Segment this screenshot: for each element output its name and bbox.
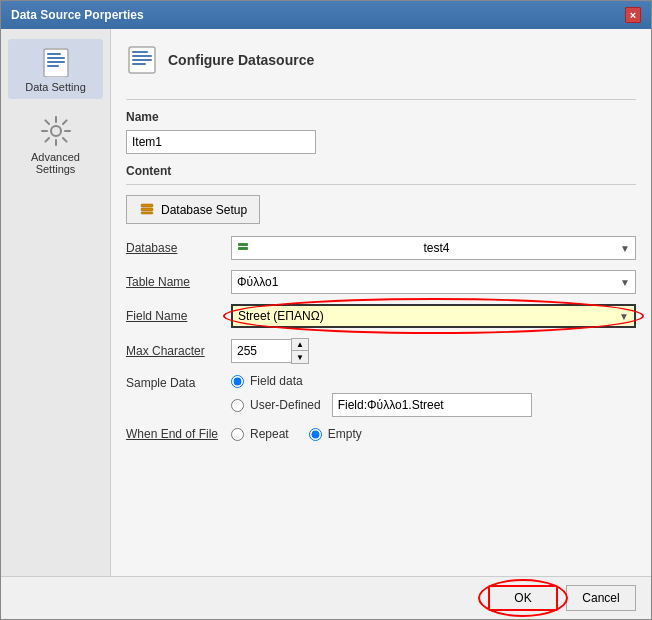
svg-rect-3 <box>47 61 65 63</box>
max-char-row: Max Character ▲ ▼ <box>126 338 636 364</box>
sidebar: Data Setting Advanced Settings <box>1 29 111 576</box>
field-name-container: Street (ΕΠΑΝΩ) ▼ <box>231 304 636 328</box>
field-data-radio-row: Field data <box>231 374 532 388</box>
empty-label: Empty <box>328 427 362 441</box>
database-row: Database test4 ▼ <box>126 236 636 260</box>
max-char-spinbox: ▲ ▼ <box>231 338 309 364</box>
when-eof-row: When End of File Repeat Empty <box>126 427 636 441</box>
svg-rect-4 <box>47 65 59 67</box>
svg-rect-15 <box>238 247 248 250</box>
content-label: Content <box>126 164 636 178</box>
table-name-value: Φύλλο1 <box>237 275 278 289</box>
section-header: Configure Datasource <box>126 44 636 84</box>
empty-radio-row: Empty <box>309 427 362 441</box>
data-setting-icon <box>40 45 72 77</box>
dialog: Data Source Porperties × Data Setting <box>0 0 652 620</box>
svg-rect-12 <box>141 208 153 211</box>
svg-rect-2 <box>47 57 65 59</box>
configure-datasource-icon <box>126 44 158 76</box>
when-eof-radio-group: Repeat Empty <box>231 427 362 441</box>
field-data-label: Field data <box>250 374 303 388</box>
spinbox-up-button[interactable]: ▲ <box>292 339 308 351</box>
cancel-button[interactable]: Cancel <box>566 585 636 611</box>
max-char-input[interactable] <box>231 339 291 363</box>
sample-data-label: Sample Data <box>126 374 231 390</box>
field-name-select[interactable]: Street (ΕΠΑΝΩ) ▼ <box>231 304 636 328</box>
repeat-label: Repeat <box>250 427 289 441</box>
field-name-label: Field Name <box>126 309 231 323</box>
when-eof-label: When End of File <box>126 427 231 441</box>
svg-rect-9 <box>132 59 152 61</box>
database-setup-button[interactable]: Database Setup <box>126 195 260 224</box>
database-select[interactable]: test4 ▼ <box>231 236 636 260</box>
content-divider <box>126 184 636 185</box>
database-value: test4 <box>424 241 450 255</box>
database-label: Database <box>126 241 231 255</box>
sample-data-row: Sample Data Field data User-Defined <box>126 374 636 417</box>
svg-rect-8 <box>132 55 152 57</box>
empty-radio[interactable] <box>309 428 322 441</box>
name-label: Name <box>126 110 636 124</box>
advanced-settings-icon <box>40 115 72 147</box>
max-char-label: Max Character <box>126 344 231 358</box>
main-content: Configure Datasource Name Content <box>111 29 651 576</box>
dialog-body: Data Setting Advanced Settings <box>1 29 651 576</box>
user-defined-label: User-Defined <box>250 398 321 412</box>
svg-rect-1 <box>47 53 61 55</box>
ok-button-wrapper: OK <box>488 585 558 611</box>
table-name-label: Table Name <box>126 275 231 289</box>
close-button[interactable]: × <box>625 7 641 23</box>
svg-point-5 <box>51 126 61 136</box>
configure-datasource-title: Configure Datasource <box>168 52 314 68</box>
table-name-select[interactable]: Φύλλο1 ▼ <box>231 270 636 294</box>
title-bar: Data Source Porperties × <box>1 1 651 29</box>
spinbox-buttons: ▲ ▼ <box>291 338 309 364</box>
spinbox-down-button[interactable]: ▼ <box>292 351 308 363</box>
svg-rect-7 <box>132 51 148 53</box>
dialog-footer: OK Cancel <box>1 576 651 619</box>
repeat-radio-row: Repeat <box>231 427 289 441</box>
sample-data-radio-group: Field data User-Defined <box>231 374 532 417</box>
sidebar-data-setting-label: Data Setting <box>25 81 86 93</box>
repeat-radio[interactable] <box>231 428 244 441</box>
database-arrow-icon: ▼ <box>620 243 630 254</box>
sidebar-item-data-setting[interactable]: Data Setting <box>8 39 103 99</box>
field-name-value: Street (ΕΠΑΝΩ) <box>238 309 324 323</box>
user-defined-radio[interactable] <box>231 399 244 412</box>
user-defined-radio-row: User-Defined <box>231 393 532 417</box>
svg-rect-11 <box>141 204 153 207</box>
svg-rect-14 <box>238 243 248 246</box>
name-section: Name <box>126 110 636 154</box>
svg-rect-13 <box>141 212 153 214</box>
header-divider <box>126 99 636 100</box>
database-setup-icon <box>139 200 155 219</box>
database-icon-small <box>237 241 249 256</box>
ok-button[interactable]: OK <box>488 585 558 611</box>
table-name-row: Table Name Φύλλο1 ▼ <box>126 270 636 294</box>
dialog-title: Data Source Porperties <box>11 8 144 22</box>
field-data-radio[interactable] <box>231 375 244 388</box>
user-defined-field[interactable] <box>332 393 532 417</box>
table-name-arrow-icon: ▼ <box>620 277 630 288</box>
field-name-arrow-icon: ▼ <box>619 311 629 322</box>
content-section: Content Database Setup Database <box>126 164 636 441</box>
database-setup-label: Database Setup <box>161 203 247 217</box>
name-input[interactable] <box>126 130 316 154</box>
sidebar-advanced-settings-label: Advanced Settings <box>16 151 95 175</box>
field-name-row: Field Name Street (ΕΠΑΝΩ) ▼ <box>126 304 636 328</box>
sidebar-item-advanced-settings[interactable]: Advanced Settings <box>8 109 103 181</box>
svg-rect-10 <box>132 63 146 65</box>
